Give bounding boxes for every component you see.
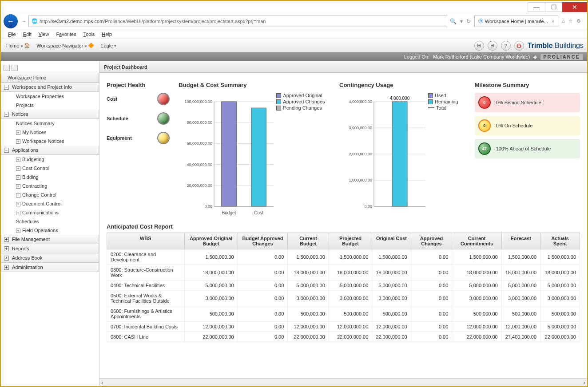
product-name: PROLIANCE: [540, 54, 583, 60]
sidebar-item[interactable]: +Cost Control: [1, 164, 99, 173]
back-button[interactable]: ←: [4, 14, 18, 28]
svg-text:4,000,000: 4,000,000: [390, 96, 410, 101]
svg-text:4,000,000.00: 4,000,000.00: [349, 99, 372, 104]
sidebar-item[interactable]: +Change Control: [1, 190, 99, 199]
table-row: 0600: Furnishings & Artistics Appointmen…: [107, 306, 580, 322]
sidebar-section[interactable]: +Address Book: [1, 253, 99, 263]
url-dropdown-icon[interactable]: ▾: [459, 17, 464, 25]
sidebar-mini-icon-2[interactable]: [12, 65, 18, 71]
minimize-button[interactable]: —: [528, 2, 545, 12]
svg-text:1,000,000.00: 1,000,000.00: [349, 178, 372, 182]
help-button[interactable]: ?: [501, 41, 511, 51]
menu-edit[interactable]: Edit: [20, 31, 34, 38]
logged-user: Mark Rutherford (Lake Company Worldwide): [433, 54, 530, 59]
milestone-item: 00% On Schedule: [475, 116, 580, 135]
tab-close-icon[interactable]: ×: [552, 19, 554, 24]
refresh-icon[interactable]: ↻: [465, 17, 472, 25]
toolbar-btn-2[interactable]: ⊟: [488, 41, 497, 51]
horizontal-scrollbar[interactable]: ‹ ›: [99, 378, 587, 386]
home-nav-icon: 🏠: [24, 43, 30, 48]
url-host: se3vm2.demo.mps.com: [52, 19, 104, 24]
svg-rect-14: [251, 108, 266, 206]
table-header: Current Budget: [288, 233, 329, 249]
menu-help[interactable]: Help: [99, 31, 115, 38]
panel-budget-summary: Budget & Cost Summary 0.0020,000,000.004…: [179, 82, 330, 217]
sidebar-section[interactable]: −Workspace and Project Info: [1, 83, 99, 92]
sidebar-item[interactable]: Workspace Properties: [1, 92, 99, 101]
sidebar-section[interactable]: +Reports: [1, 244, 99, 253]
svg-text:60,000,000.00: 60,000,000.00: [187, 141, 213, 146]
table-header: Budget Approved Changes: [238, 233, 288, 249]
sidebar-item[interactable]: +Contracting: [1, 182, 99, 190]
sidebar-item[interactable]: +Workspace Notices: [1, 137, 99, 146]
browser-tab[interactable]: ⓔ Workspace Home | manufe... ×: [474, 16, 558, 27]
menu-favorites[interactable]: Favorites: [53, 31, 79, 38]
crumb-workspace-navigator[interactable]: Workspace Navigator◂🔶: [35, 42, 96, 49]
health-row: Equipment: [107, 132, 170, 144]
menu-tools[interactable]: Tools: [81, 31, 98, 38]
table-header: Projected Budget: [329, 233, 372, 249]
app-toolbar: Home◂🏠 Workspace Navigator◂🔶 Eagle▾ ⊞ ⊟ …: [1, 39, 587, 52]
sidebar-workspace-home[interactable]: Workspace Home: [1, 73, 99, 83]
table-row: 0800: CASH Line22,000,000.000.0022,000,0…: [107, 332, 580, 342]
address-bar[interactable]: 🌐 http://se3vm2.demo.mps.com/Proliance/W…: [28, 16, 447, 27]
svg-text:2,000,000.00: 2,000,000.00: [349, 152, 372, 156]
table-header: Approved Changes: [411, 233, 452, 249]
svg-text:100,000,000.00: 100,000,000.00: [185, 99, 213, 104]
milestone-item: 00% Behind Schedule: [475, 93, 580, 112]
toolbar-btn-1[interactable]: ⊞: [474, 41, 484, 51]
close-button[interactable]: ✕: [562, 2, 587, 12]
power-button[interactable]: ⏻: [514, 41, 524, 51]
page-title: Project Dashboard: [99, 61, 587, 73]
svg-text:0.00: 0.00: [364, 204, 372, 209]
sidebar-item[interactable]: +Communications: [1, 208, 99, 217]
sidebar-item[interactable]: Notices Summary: [1, 119, 99, 128]
sidebar-item[interactable]: +Budgeting: [1, 155, 99, 164]
contingency-chart: 0.001,000,000.002,000,000.003,000,000.00…: [339, 93, 428, 217]
milestone-title: Milestone Summary: [475, 82, 580, 88]
svg-text:40,000,000.00: 40,000,000.00: [187, 162, 213, 167]
sidebar-item[interactable]: +Bidding: [1, 173, 99, 182]
sidebar-section[interactable]: +File Management: [1, 235, 99, 244]
home-icon[interactable]: ⌂: [562, 18, 565, 24]
svg-text:0.00: 0.00: [205, 204, 213, 209]
forward-button[interactable]: →: [20, 15, 28, 28]
tab-title: Workspace Home | manufe...: [485, 19, 548, 24]
settings-icon[interactable]: ⚙: [576, 18, 581, 24]
cost-report-table: WBSApproved Original BudgetBudget Approv…: [107, 233, 580, 342]
maximize-button[interactable]: ☐: [545, 2, 563, 12]
ie-icon: ⓔ: [478, 18, 483, 24]
status-ball-red: [157, 93, 170, 105]
legend-item: Used: [428, 93, 458, 98]
sidebar-item[interactable]: +Field Operations: [1, 226, 99, 235]
scroll-right-icon[interactable]: ›: [583, 379, 585, 386]
health-title: Project Health: [107, 82, 170, 88]
panel-contingency: Contingency Usage 0.001,000,000.002,000,…: [339, 82, 466, 217]
sidebar-item[interactable]: Projects: [1, 101, 99, 110]
report-title: Anticipated Cost Report: [107, 223, 580, 230]
sidebar-item[interactable]: Schedules: [1, 217, 99, 226]
milestone-item: 47100% Ahead of Schedule: [475, 139, 580, 158]
sidebar-section[interactable]: −Notices: [1, 110, 99, 119]
main-content: Project Dashboard Project Health CostSch…: [99, 61, 587, 386]
scroll-left-icon[interactable]: ‹: [101, 379, 103, 386]
sidebar-mini-icon-1[interactable]: [4, 65, 10, 71]
sidebar-item[interactable]: +Document Control: [1, 199, 99, 208]
svg-text:20,000,000.00: 20,000,000.00: [187, 183, 213, 188]
menu-file[interactable]: File: [5, 31, 19, 38]
menu-view[interactable]: View: [36, 31, 52, 38]
sidebar-section[interactable]: +Administration: [1, 263, 99, 272]
search-icon[interactable]: 🔍: [449, 17, 457, 25]
budget-legend: Approved OriginalApproved ChangesPending…: [276, 93, 325, 217]
table-row: 0200: Clearance and Development1,500,000…: [107, 249, 580, 265]
svg-text:80,000,000.00: 80,000,000.00: [187, 120, 213, 125]
crumb-home[interactable]: Home◂🏠: [4, 42, 32, 49]
crumb-eagle[interactable]: Eagle▾: [99, 42, 118, 49]
legend-item: Approved Original: [276, 93, 325, 98]
status-ball-yellow: [157, 132, 170, 144]
budget-chart: 0.0020,000,000.0040,000,000.0060,000,000…: [179, 93, 276, 217]
browser-navbar: ← → 🌐 http://se3vm2.demo.mps.com/Prolian…: [1, 13, 587, 29]
sidebar-item[interactable]: +My Notices: [1, 128, 99, 137]
favorites-icon[interactable]: ☆: [568, 18, 573, 24]
sidebar-section[interactable]: −Applications: [1, 146, 99, 155]
